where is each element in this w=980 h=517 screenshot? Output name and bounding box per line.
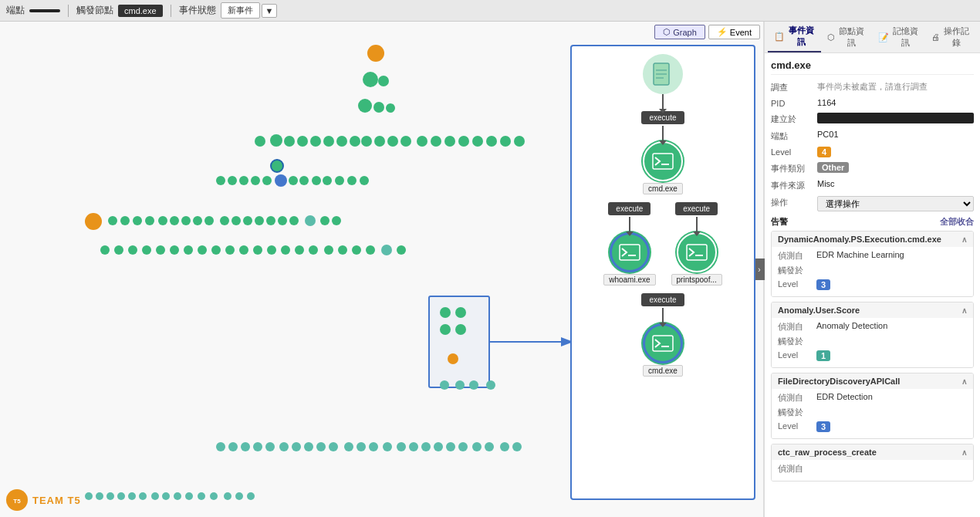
node-c14[interactable]	[235, 492, 243, 500]
node-c8[interactable]	[162, 492, 170, 500]
node-r3-18[interactable]	[332, 216, 341, 225]
new-event-btn[interactable]: 新事件	[221, 2, 260, 19]
node-b1-11[interactable]	[344, 442, 353, 451]
collapse-all-btn[interactable]: 全部收合	[940, 216, 974, 228]
node-r3-8[interactable]	[193, 216, 202, 225]
node-c10[interactable]	[185, 492, 193, 500]
node-r3-7[interactable]	[181, 216, 191, 225]
node-c11[interactable]	[198, 492, 205, 500]
node-c2[interactable]	[96, 492, 103, 500]
node-r1-16[interactable]	[458, 136, 469, 147]
tab-memo-info[interactable]: 📝 記憶資訊	[872, 22, 925, 52]
node-r1-15[interactable]	[444, 136, 455, 147]
node-b1-19[interactable]	[446, 442, 455, 451]
node-c13[interactable]	[224, 492, 231, 500]
node-c4[interactable]	[117, 492, 125, 500]
node-b1-12[interactable]	[357, 442, 366, 451]
node-b1-9[interactable]	[316, 442, 326, 451]
node-r4-16[interactable]	[309, 245, 318, 255]
graph-area[interactable]: ⬡ Graph ⚡ Event	[0, 22, 764, 517]
node-r2-7[interactable]	[299, 176, 309, 185]
node-c12[interactable]	[210, 492, 218, 500]
node-r1-1[interactable]	[255, 136, 265, 147]
node-r1-19[interactable]	[500, 136, 511, 147]
node-c15[interactable]	[247, 492, 255, 500]
node-r4-9[interactable]	[211, 245, 221, 255]
tab-event-info[interactable]: 📋 事件資訊	[768, 22, 821, 52]
node-b1-8[interactable]	[304, 442, 313, 451]
selected-node-1[interactable]	[440, 307, 451, 318]
alert-3-header[interactable]: FileDirectoryDiscoveryAPICall ∧	[772, 373, 973, 389]
node-r3-9[interactable]	[204, 216, 214, 225]
alerts-header[interactable]: 告警 全部收合	[771, 216, 974, 228]
dg-cmd-circle-1[interactable]	[643, 141, 683, 181]
node-r4-20[interactable]	[366, 245, 375, 255]
node-r4-8[interactable]	[198, 245, 207, 255]
node-r4-12[interactable]	[253, 245, 262, 255]
node-b1-21[interactable]	[472, 442, 482, 451]
node-b1-3[interactable]	[241, 442, 250, 451]
node-teal-4[interactable]	[455, 380, 465, 390]
node-c7[interactable]	[151, 492, 159, 500]
node-r2-6[interactable]	[289, 176, 298, 185]
node-r1-3[interactable]	[284, 136, 295, 147]
node-r4-21[interactable]	[397, 245, 406, 255]
node-c5[interactable]	[128, 492, 136, 500]
tab-node-info[interactable]: ⬡ 節點資訊	[821, 22, 872, 52]
node-teal-3[interactable]	[440, 380, 449, 390]
node-c1[interactable]	[85, 492, 93, 500]
node-r4-14[interactable]	[281, 245, 290, 255]
node-r4-1[interactable]	[100, 245, 110, 255]
node-r3-5[interactable]	[158, 216, 167, 225]
node-orange-2[interactable]	[85, 213, 102, 230]
node-r4-6[interactable]	[170, 245, 179, 255]
node-b1-6[interactable]	[279, 442, 289, 451]
node-r3-4[interactable]	[145, 216, 154, 225]
node-b1-18[interactable]	[434, 442, 443, 451]
node-r2-10[interactable]	[335, 176, 344, 185]
node-c9[interactable]	[174, 492, 181, 500]
node-c3[interactable]	[106, 492, 114, 500]
node-r1-5[interactable]	[310, 136, 321, 147]
node-l2-2[interactable]	[378, 76, 389, 86]
node-r2-3[interactable]	[239, 176, 248, 185]
alert-1-header[interactable]: DynamicAnomaly.PS.Execution.cmd.exe ∧	[772, 231, 973, 247]
node-r4-11[interactable]	[239, 245, 248, 255]
node-r2-4[interactable]	[251, 176, 260, 185]
node-r1-11[interactable]	[387, 136, 398, 147]
node-highlighted-1[interactable]	[270, 159, 284, 173]
node-r3-17[interactable]	[320, 216, 329, 225]
node-r3-1[interactable]	[108, 216, 117, 225]
node-r1-6[interactable]	[323, 136, 334, 147]
node-r2-8[interactable]	[312, 176, 321, 185]
node-r4-13[interactable]	[267, 245, 276, 255]
node-l3-3[interactable]	[386, 103, 395, 113]
node-r1-13[interactable]	[417, 136, 427, 147]
node-b1-13[interactable]	[369, 442, 378, 451]
node-r2-5[interactable]	[262, 176, 272, 185]
node-r4-2[interactable]	[114, 245, 123, 255]
node-b1-7[interactable]	[292, 442, 301, 451]
node-b1-4[interactable]	[253, 442, 262, 451]
selected-node-2[interactable]	[455, 307, 466, 318]
node-r2-12[interactable]	[360, 176, 369, 185]
endpoint-value-btn[interactable]	[29, 9, 60, 12]
new-event-dropdown[interactable]: ▼	[262, 4, 278, 18]
node-r3-12[interactable]	[243, 216, 252, 225]
selected-node-4[interactable]	[455, 324, 466, 335]
node-value-btn[interactable]: cmd.exe	[118, 5, 163, 17]
node-b1-23[interactable]	[500, 442, 509, 451]
node-r3-14[interactable]	[266, 216, 275, 225]
node-r3-2[interactable]	[120, 216, 130, 225]
node-r1-12[interactable]	[400, 136, 411, 147]
operation-select[interactable]: 選擇操作	[817, 196, 974, 211]
node-b1-14[interactable]	[383, 442, 392, 451]
node-b1-22[interactable]	[485, 442, 494, 451]
node-r4-18[interactable]	[338, 245, 347, 255]
node-b1-16[interactable]	[409, 442, 418, 451]
node-r1-2[interactable]	[270, 134, 282, 147]
node-b1-24[interactable]	[512, 442, 522, 451]
node-r4-17[interactable]	[324, 245, 333, 255]
node-r4-19[interactable]	[352, 245, 361, 255]
node-c6[interactable]	[139, 492, 147, 500]
